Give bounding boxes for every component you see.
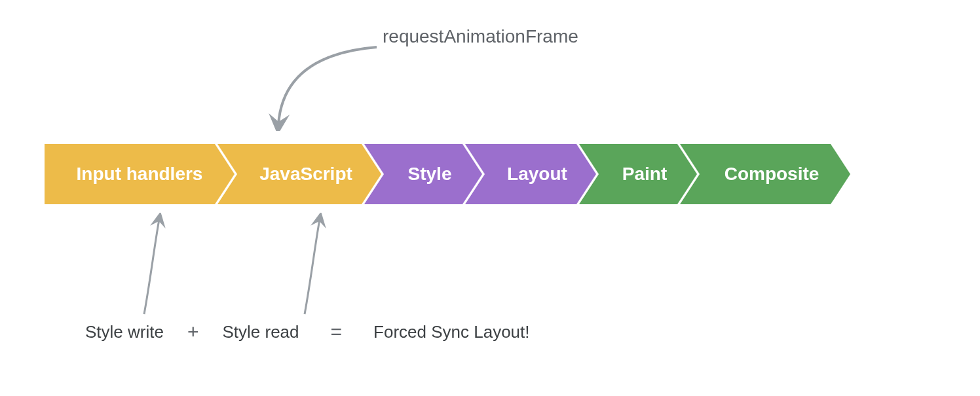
style-read-arrow-icon bbox=[288, 213, 341, 317]
style-write-arrow-icon bbox=[128, 213, 180, 317]
equation-left: Style write bbox=[85, 322, 164, 342]
stage-label: Composite bbox=[725, 164, 820, 185]
stage-input-handlers: Input handlers bbox=[45, 144, 235, 204]
stage-label: Paint bbox=[622, 164, 667, 185]
render-pipeline: Input handlers JavaScript Style Layout P… bbox=[45, 144, 850, 204]
equation-middle: Style read bbox=[222, 322, 299, 342]
plus-symbol: + bbox=[187, 321, 199, 343]
stage-label: Layout bbox=[507, 164, 567, 185]
stage-composite: Composite bbox=[680, 144, 850, 204]
equation-result: Forced Sync Layout! bbox=[373, 322, 529, 342]
stage-label: Style bbox=[408, 164, 452, 185]
raf-annotation-label: requestAnimationFrame bbox=[383, 26, 578, 47]
stage-style: Style bbox=[364, 144, 482, 204]
stage-layout: Layout bbox=[465, 144, 596, 204]
stage-label: Input handlers bbox=[77, 164, 203, 185]
equals-symbol: = bbox=[331, 321, 343, 343]
stage-javascript: JavaScript bbox=[217, 144, 381, 204]
raf-arrow-icon bbox=[262, 39, 393, 131]
stage-paint: Paint bbox=[579, 144, 697, 204]
stage-label: JavaScript bbox=[259, 164, 352, 185]
fsl-equation: Style write + Style read = Forced Sync L… bbox=[85, 321, 530, 343]
